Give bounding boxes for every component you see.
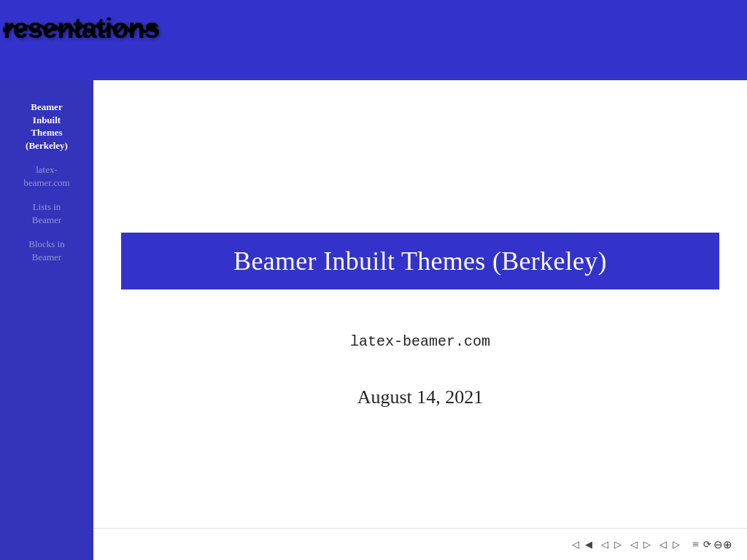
nav-arrow-left-bar-1[interactable]: ◀ <box>583 537 595 552</box>
sidebar-item-label-2: latex-beamer.com <box>23 164 69 188</box>
nav-subsection-arrows: ◁ ▷ <box>628 537 653 552</box>
sidebar-item-lists-in-beamer[interactable]: Lists inBeamer <box>0 195 93 232</box>
nav-arrow-right-4[interactable]: ▷ <box>670 537 682 552</box>
sidebar-item-label-3: Lists inBeamer <box>32 201 61 225</box>
slide-title-block: Beamer Inbuilt Themes (Berkeley) <box>121 233 719 289</box>
sidebar-item-latex-beamer[interactable]: latex-beamer.com <box>0 158 93 195</box>
sidebar-item-label-4: Blocks inBeamer <box>28 238 64 262</box>
main-content: Beamer Inbuilt Themes (Berkeley) latex-b… <box>93 80 747 560</box>
nav-arrow-left-4[interactable]: ◁ <box>657 537 669 552</box>
nav-align-icon[interactable]: ≡ <box>692 538 699 551</box>
slide-title: Beamer Inbuilt Themes (Berkeley) <box>143 246 697 276</box>
nav-zoom-icon[interactable]: ⊖⊕ <box>713 538 732 551</box>
presentation-title: resentations <box>3 13 159 44</box>
nav-frame-arrows: ◁ ◀ <box>570 537 595 552</box>
nav-arrow-left-2[interactable]: ◁ <box>599 537 611 552</box>
nav-arrow-right-2[interactable]: ▷ <box>612 537 624 552</box>
sidebar-item-beamer-inbuilt-themes[interactable]: BeamerInbuiltThemes(Berkeley) <box>0 95 93 158</box>
slide-date: August 14, 2021 <box>357 386 484 408</box>
sidebar-item-label-1: BeamerInbuiltThemes(Berkeley) <box>26 101 68 151</box>
nav-page-arrows: ◁ ▷ <box>657 537 682 552</box>
sidebar-item-blocks-in-beamer[interactable]: Blocks inBeamer <box>0 232 93 269</box>
bottom-navigation-bar: ◁ ◀ ◁ ▷ ◁ ▷ ◁ ▷ ≡ ⟳ ⊖⊕ <box>93 528 747 560</box>
sidebar: BeamerInbuiltThemes(Berkeley) latex-beam… <box>0 80 93 560</box>
slide-subtitle: latex-beamer.com <box>350 333 490 350</box>
nav-search-group: ⟳ ⊖⊕ <box>703 538 732 551</box>
nav-arrow-right-3[interactable]: ▷ <box>641 537 653 552</box>
nav-section-arrows: ◁ ▷ <box>599 537 624 552</box>
nav-arrow-left-3[interactable]: ◁ <box>628 537 640 552</box>
nav-arrow-left-1[interactable]: ◁ <box>570 537 581 552</box>
nav-search-icon[interactable]: ⟳ <box>703 539 711 551</box>
header-bar: resentations <box>0 0 747 80</box>
